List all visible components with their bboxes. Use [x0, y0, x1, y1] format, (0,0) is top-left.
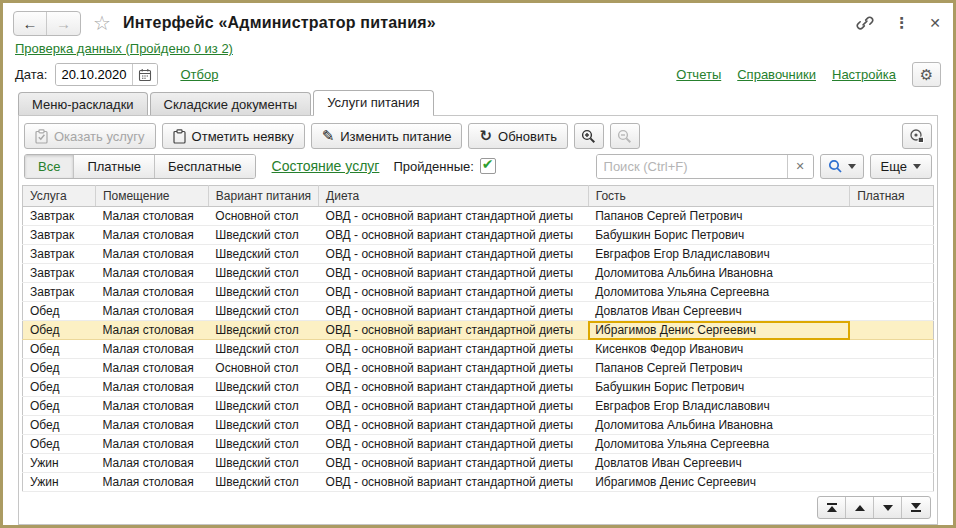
table-cell[interactable]: Шведский стол	[208, 283, 318, 302]
table-cell[interactable]: Малая столовая	[95, 416, 208, 435]
table-cell[interactable]: Шведский стол	[208, 454, 318, 473]
table-row[interactable]: ЗавтракМалая столоваяШведский столОВД - …	[23, 245, 934, 264]
table-cell[interactable]: Малая столовая	[95, 302, 208, 321]
table-cell[interactable]: Обед	[23, 321, 96, 340]
passed-checkbox[interactable]: ✔	[480, 158, 496, 174]
table-cell[interactable]: Шведский стол	[208, 416, 318, 435]
table-cell[interactable]: Завтрак	[23, 207, 96, 226]
clear-search-icon[interactable]: ✕	[787, 155, 813, 178]
tab-warehouse-docs[interactable]: Складские документы	[150, 92, 312, 115]
table-cell[interactable]: Ужин	[23, 454, 96, 473]
more-button[interactable]: Еще	[870, 154, 932, 179]
back-icon[interactable]: ←	[14, 12, 47, 35]
table-cell[interactable]: Ибрагимов Денис Сергеевич	[588, 321, 849, 340]
gear-icon[interactable]: ⚙	[912, 62, 941, 87]
table-row[interactable]: ОбедМалая столоваяШведский столОВД - осн…	[23, 321, 934, 340]
table-cell[interactable]: Обед	[23, 397, 96, 416]
table-cell[interactable]: Малая столовая	[95, 397, 208, 416]
table-cell[interactable]: Бабушкин Борис Петрович	[588, 378, 849, 397]
table-cell[interactable]	[850, 264, 934, 283]
table-cell[interactable]: Евграфов Егор Владиславович	[588, 245, 849, 264]
table-cell[interactable]: Малая столовая	[95, 207, 208, 226]
table-cell[interactable]: Шведский стол	[208, 302, 318, 321]
tab-food-services[interactable]: Услуги питания	[313, 90, 433, 115]
refresh-button[interactable]: ↻ Обновить	[468, 123, 567, 149]
search-button[interactable]	[820, 154, 864, 179]
more-menu-icon[interactable]: ⋮	[894, 14, 909, 32]
table-cell[interactable]: ОВД - основной вариант стандартной диеты	[319, 378, 589, 397]
table-cell[interactable]: ОВД - основной вариант стандартной диеты	[319, 435, 589, 454]
table-cell[interactable]	[850, 226, 934, 245]
go-first-row-button[interactable]	[818, 497, 846, 518]
column-header[interactable]: Диета	[319, 186, 589, 207]
column-header[interactable]: Помещение	[95, 186, 208, 207]
table-cell[interactable]: Шведский стол	[208, 264, 318, 283]
filter-link[interactable]: Отбор	[180, 67, 218, 82]
column-header[interactable]: Услуга	[23, 186, 96, 207]
table-cell[interactable]: Шведский стол	[208, 378, 318, 397]
table-cell[interactable]	[850, 245, 934, 264]
table-cell[interactable]: Обед	[23, 340, 96, 359]
filter-all-button[interactable]: Все	[25, 155, 74, 178]
table-cell[interactable]	[850, 473, 934, 492]
filter-free-button[interactable]: Бесплатные	[155, 155, 255, 178]
table-cell[interactable]: Обед	[23, 359, 96, 378]
table-cell[interactable]	[850, 340, 934, 359]
close-icon[interactable]: ✕	[929, 15, 941, 31]
table-cell[interactable]: Обед	[23, 378, 96, 397]
table-cell[interactable]	[850, 416, 934, 435]
table-cell[interactable]: Обед	[23, 435, 96, 454]
table-cell[interactable]: Доломитова Ульяна Сергеевна	[588, 283, 849, 302]
tab-menu-layouts[interactable]: Меню-раскладки	[18, 92, 148, 115]
table-cell[interactable]	[850, 283, 934, 302]
table-cell[interactable]: Кисенков Федор Иванович	[588, 340, 849, 359]
table-cell[interactable]: Доломитова Альбина Ивановна	[588, 264, 849, 283]
table-cell[interactable]: ОВД - основной вариант стандартной диеты	[319, 245, 589, 264]
search-input[interactable]	[597, 155, 787, 178]
table-cell[interactable]	[850, 378, 934, 397]
table-cell[interactable]: Довлатов Иван Сергеевич	[588, 302, 849, 321]
mark-absence-button[interactable]: Отметить неявку	[162, 123, 305, 149]
table-row[interactable]: ОбедМалая столоваяШведский столОВД - осн…	[23, 378, 934, 397]
table-cell[interactable]: Завтрак	[23, 283, 96, 302]
column-header[interactable]: Платная	[850, 186, 934, 207]
calendar-icon[interactable]	[132, 64, 157, 85]
go-last-row-button[interactable]	[902, 497, 930, 518]
favorite-star-icon[interactable]: ☆	[93, 13, 111, 33]
table-cell[interactable]: Шведский стол	[208, 245, 318, 264]
table-row[interactable]: ЗавтракМалая столоваяШведский столОВД - …	[23, 264, 934, 283]
table-cell[interactable]: Малая столовая	[95, 226, 208, 245]
table-cell[interactable]: Обед	[23, 416, 96, 435]
table-row[interactable]: ОбедМалая столоваяШведский столОВД - осн…	[23, 340, 934, 359]
table-cell[interactable]: Папанов Сергей Петрович	[588, 359, 849, 378]
table-cell[interactable]: Доломитова Альбина Ивановна	[588, 416, 849, 435]
table-row[interactable]: ЗавтракМалая столоваяШведский столОВД - …	[23, 226, 934, 245]
table-cell[interactable]: Малая столовая	[95, 473, 208, 492]
column-header[interactable]: Вариант питания	[208, 186, 318, 207]
table-cell[interactable]: ОВД - основной вариант стандартной диеты	[319, 359, 589, 378]
table-cell[interactable]: ОВД - основной вариант стандартной диеты	[319, 397, 589, 416]
table-cell[interactable]: ОВД - основной вариант стандартной диеты	[319, 321, 589, 340]
table-cell[interactable]: Малая столовая	[95, 435, 208, 454]
table-cell[interactable]: Шведский стол	[208, 226, 318, 245]
table-cell[interactable]: Малая столовая	[95, 321, 208, 340]
table-cell[interactable]	[850, 454, 934, 473]
table-cell[interactable]: Малая столовая	[95, 340, 208, 359]
table-cell[interactable]: ОВД - основной вариант стандартной диеты	[319, 207, 589, 226]
table-cell[interactable]	[850, 321, 934, 340]
table-cell[interactable]: Малая столовая	[95, 378, 208, 397]
table-cell[interactable]: ОВД - основной вариант стандартной диеты	[319, 473, 589, 492]
table-row[interactable]: УжинМалая столоваяШведский столОВД - осн…	[23, 473, 934, 492]
table-cell[interactable]	[850, 359, 934, 378]
table-row[interactable]: ЗавтракМалая столоваяОсновной столОВД - …	[23, 207, 934, 226]
table-row[interactable]: ОбедМалая столоваяОсновной столОВД - осн…	[23, 359, 934, 378]
column-header[interactable]: Гость	[588, 186, 849, 207]
table-row[interactable]: УжинМалая столоваяШведский столОВД - осн…	[23, 454, 934, 473]
table-cell[interactable]: Евграфов Егор Владиславович	[588, 397, 849, 416]
table-cell[interactable]: Шведский стол	[208, 473, 318, 492]
table-cell[interactable]: Бабушкин Борис Петрович	[588, 226, 849, 245]
table-cell[interactable]: ОВД - основной вариант стандартной диеты	[319, 264, 589, 283]
filter-paid-button[interactable]: Платные	[74, 155, 155, 178]
table-row[interactable]: ОбедМалая столоваяШведский столОВД - осн…	[23, 416, 934, 435]
change-meal-button[interactable]: ✎ Изменить питание	[311, 123, 463, 149]
